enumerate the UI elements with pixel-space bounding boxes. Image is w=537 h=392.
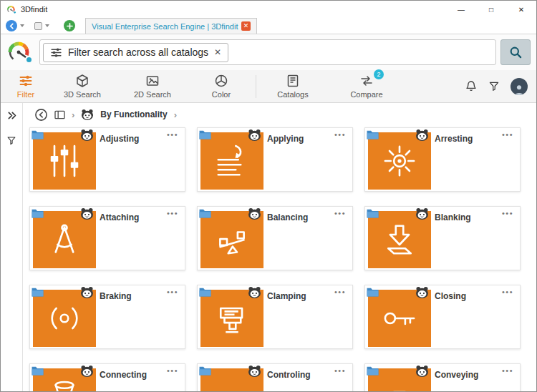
- active-tab[interactable]: Visual Enterprise Search Engine | 3Dfind…: [85, 18, 257, 34]
- category-grid: Adjusting ••• Applying ••• Arresting •••: [23, 126, 536, 391]
- card-title: Clamping: [267, 291, 306, 301]
- mascot-badge-icon: [415, 365, 429, 377]
- chip-close-icon[interactable]: ✕: [214, 47, 221, 57]
- nav-back-button[interactable]: [6, 20, 17, 31]
- category-card-adjusting[interactable]: Adjusting •••: [29, 127, 185, 192]
- app-icon: [6, 5, 16, 14]
- funnel-icon[interactable]: [488, 80, 500, 92]
- card-menu-button[interactable]: •••: [167, 288, 178, 296]
- toolbar-2d-search-button[interactable]: 2D Search: [130, 74, 175, 99]
- card-menu-button[interactable]: •••: [502, 288, 513, 296]
- nav-history-dropdown-icon[interactable]: [45, 24, 49, 27]
- maximize-button[interactable]: □: [476, 1, 506, 18]
- card-thumbnail: [200, 211, 263, 268]
- compare-badge: 2: [374, 69, 384, 79]
- toolbar-compare-button[interactable]: 2 Compare: [344, 74, 390, 99]
- card-menu-button[interactable]: •••: [167, 366, 178, 375]
- card-menu-button[interactable]: •••: [167, 209, 178, 217]
- category-card-controling[interactable]: Controling •••: [197, 363, 353, 391]
- card-menu-button[interactable]: •••: [167, 130, 178, 139]
- category-card-closing[interactable]: Closing •••: [364, 285, 521, 349]
- card-title: Closing: [435, 291, 466, 301]
- folder-icon: [367, 129, 379, 139]
- card-title: Conveying: [435, 370, 478, 380]
- sliders-sketch-icon: [44, 141, 84, 181]
- sliders-icon: [50, 46, 62, 59]
- category-card-applying[interactable]: Applying •••: [197, 127, 353, 192]
- toolbar-separator: [256, 75, 256, 98]
- nav-back-dropdown-icon[interactable]: [20, 24, 24, 27]
- card-title: Blanking: [435, 212, 471, 222]
- card-menu-button[interactable]: •••: [334, 288, 346, 296]
- apply-lines-sketch-icon: [212, 141, 252, 181]
- breadcrumb-back-icon[interactable]: [34, 108, 48, 122]
- title-bar: 3Dfindit — □ ✕: [1, 1, 536, 18]
- folder-icon: [32, 366, 44, 376]
- nav-history-button[interactable]: [34, 22, 42, 30]
- card-menu-button[interactable]: •••: [502, 130, 513, 139]
- window-controls: — □ ✕: [446, 1, 536, 18]
- card-thumbnail: [200, 132, 263, 190]
- compare-arrows-icon: [359, 74, 374, 88]
- toolbar-2d-search-label: 2D Search: [134, 90, 171, 99]
- clamp-sketch-icon: [212, 298, 252, 338]
- magnifier-icon: [509, 46, 523, 59]
- overview-icon[interactable]: [54, 110, 65, 119]
- category-card-connecting[interactable]: Connecting •••: [29, 363, 185, 391]
- category-card-balancing[interactable]: Balancing •••: [197, 206, 353, 270]
- folder-icon: [199, 208, 211, 218]
- catalog-card-icon: [286, 74, 300, 88]
- key-sketch-icon: [379, 298, 420, 338]
- card-thumbnail: [33, 211, 96, 268]
- divider-compass-sketch-icon: [44, 220, 84, 260]
- folder-icon: [199, 287, 211, 297]
- gauge-sketch-icon: [212, 377, 252, 391]
- toolbar: Filter 3D Search 2D Search Color: [1, 70, 536, 103]
- category-card-clamping[interactable]: Clamping •••: [197, 285, 353, 349]
- expand-sidebar-icon[interactable]: [6, 110, 17, 121]
- plus-icon: [67, 23, 73, 29]
- toolbar-filter-button[interactable]: Filter: [9, 74, 42, 99]
- person-icon: [513, 84, 526, 95]
- toolbar-catalogs-button[interactable]: Catalogs: [272, 74, 314, 99]
- tab-close-button[interactable]: ✕: [241, 21, 251, 31]
- conveyor-sketch-icon: [379, 377, 420, 391]
- card-menu-button[interactable]: •••: [334, 209, 346, 217]
- toolbar-filter-label: Filter: [17, 90, 34, 99]
- left-sidebar: [1, 103, 23, 391]
- card-thumbnail: [33, 290, 96, 347]
- category-card-arresting[interactable]: Arresting •••: [364, 127, 521, 192]
- search-box[interactable]: Filter search across all catalogs ✕: [39, 39, 496, 65]
- card-menu-button[interactable]: •••: [502, 209, 513, 217]
- card-title: Attaching: [100, 212, 139, 222]
- card-menu-button[interactable]: •••: [334, 366, 346, 375]
- mascot-badge-icon: [80, 207, 94, 220]
- content-area: › By Functionality › Adjusting •••: [23, 103, 536, 391]
- search-input[interactable]: [233, 40, 493, 64]
- category-card-attaching[interactable]: Attaching •••: [29, 206, 185, 270]
- search-button[interactable]: [500, 39, 531, 65]
- card-title: Balancing: [267, 212, 308, 222]
- toolbar-catalogs-label: Catalogs: [277, 90, 308, 99]
- toolbar-3d-search-button[interactable]: 3D Search: [59, 74, 105, 99]
- new-tab-button[interactable]: [64, 20, 75, 31]
- toolbar-color-button[interactable]: Color: [204, 74, 238, 99]
- mascot-badge-icon: [415, 207, 429, 220]
- mascot-icon: [81, 109, 94, 120]
- folder-icon: [367, 366, 379, 376]
- minimize-button[interactable]: —: [446, 1, 476, 18]
- ratchet-wheel-sketch-icon: [379, 141, 420, 181]
- user-avatar[interactable]: [511, 78, 528, 95]
- bell-icon[interactable]: [465, 79, 478, 93]
- sidebar-filter-icon[interactable]: [6, 135, 16, 146]
- search-filter-chip[interactable]: Filter search across all catalogs ✕: [43, 43, 228, 62]
- category-card-blanking[interactable]: Blanking •••: [364, 206, 521, 270]
- close-button[interactable]: ✕: [506, 1, 536, 18]
- breadcrumb-current[interactable]: By Functionality: [100, 109, 167, 119]
- card-menu-button[interactable]: •••: [334, 130, 346, 139]
- card-menu-button[interactable]: •••: [502, 366, 513, 375]
- category-card-conveying[interactable]: Conveying •••: [364, 363, 521, 391]
- category-card-braking[interactable]: Braking •••: [29, 285, 185, 349]
- main-area: › By Functionality › Adjusting •••: [1, 103, 536, 391]
- picture-icon: [145, 74, 160, 88]
